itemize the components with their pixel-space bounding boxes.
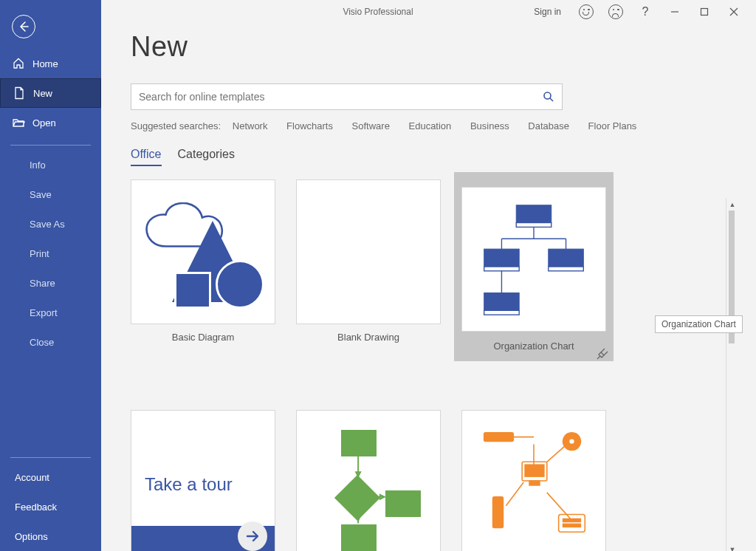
tour-label: Take a tour <box>131 411 275 495</box>
menu-save-as[interactable]: Save As <box>0 209 101 239</box>
sidebar-divider <box>10 145 91 146</box>
svg-rect-8 <box>549 249 584 267</box>
template-caption: Basic Diagram <box>131 332 275 343</box>
close-icon <box>729 7 738 16</box>
menu-close[interactable]: Close <box>0 327 101 357</box>
template-source-tabs: Office Categories <box>131 148 756 166</box>
svg-rect-5 <box>516 223 551 227</box>
scroll-track[interactable] <box>726 211 738 543</box>
open-folder-icon <box>12 116 25 129</box>
nav-new[interactable]: New <box>0 78 101 108</box>
template-blank-drawing[interactable]: Blank Drawing <box>296 179 441 361</box>
template-tooltip: Organization Chart <box>655 315 743 333</box>
template-search[interactable] <box>131 83 563 110</box>
svg-rect-6 <box>484 249 520 267</box>
suggested-network[interactable]: Network <box>233 120 268 131</box>
tab-categories[interactable]: Categories <box>178 148 235 166</box>
back-arrow-icon <box>18 21 30 32</box>
help-button[interactable]: ? <box>630 1 660 22</box>
backstage-sidebar: Home New Open Info Save Save As Print Sh… <box>0 0 101 551</box>
svg-rect-20 <box>563 524 581 527</box>
scroll-up-button[interactable]: ▲ <box>726 198 738 211</box>
template-thumb <box>131 179 275 324</box>
arrow-right-icon <box>238 521 267 551</box>
home-icon <box>12 57 25 70</box>
search-icon[interactable] <box>543 91 554 103</box>
maximize-icon <box>700 7 709 16</box>
template-thumb <box>296 410 441 551</box>
template-search-input[interactable] <box>139 91 543 103</box>
menu-save[interactable]: Save <box>0 179 101 209</box>
page-title: New <box>131 31 756 63</box>
menu-export[interactable]: Export <box>0 298 101 327</box>
svg-rect-11 <box>484 310 520 315</box>
maximize-button[interactable] <box>690 1 719 22</box>
template-thumb <box>461 410 606 551</box>
svg-rect-7 <box>484 267 520 271</box>
help-icon: ? <box>642 5 649 18</box>
template-scrollbar[interactable]: ▲ ▼ <box>726 198 738 551</box>
svg-point-2 <box>544 92 551 99</box>
suggested-business[interactable]: Business <box>470 120 509 131</box>
template-basic-diagram[interactable]: Basic Diagram <box>131 179 275 361</box>
template-thumb: Take a tour <box>131 410 275 551</box>
pin-icon[interactable] <box>596 346 609 360</box>
svg-rect-14 <box>525 465 544 476</box>
svg-rect-15 <box>529 481 540 485</box>
svg-rect-9 <box>549 267 584 271</box>
square-icon <box>174 272 211 309</box>
suggested-floorplans[interactable]: Floor Plans <box>588 120 637 131</box>
back-button[interactable] <box>12 15 35 38</box>
menu-options[interactable]: Options <box>0 521 101 551</box>
svg-point-17 <box>569 439 575 445</box>
menu-print[interactable]: Print <box>0 239 101 268</box>
nav-open[interactable]: Open <box>0 108 101 137</box>
minimize-icon <box>670 7 679 16</box>
suggested-software[interactable]: Software <box>352 120 390 131</box>
smile-icon <box>579 4 594 19</box>
new-doc-icon <box>13 86 26 100</box>
menu-account[interactable]: Account <box>0 462 101 492</box>
close-window-button[interactable] <box>719 1 749 22</box>
template-organization-chart[interactable]: Organization Chart <box>461 179 606 361</box>
template-caption: Blank Drawing <box>296 332 441 343</box>
template-caption: Organization Chart <box>493 340 574 352</box>
app-title: Visio Professional <box>343 7 413 17</box>
titlebar: Visio Professional Sign in ? <box>101 0 756 24</box>
feedback-frown-button[interactable] <box>601 1 630 22</box>
tab-office[interactable]: Office <box>131 148 162 166</box>
template-thumb <box>296 179 441 324</box>
frown-icon <box>608 4 623 19</box>
svg-line-3 <box>550 98 553 101</box>
network-icon <box>462 411 605 551</box>
template-take-a-tour[interactable]: Take a tour <box>131 410 275 551</box>
svg-rect-18 <box>559 515 585 533</box>
nav-home-label: Home <box>32 58 58 69</box>
nav-new-label: New <box>33 88 52 99</box>
svg-rect-19 <box>563 519 581 521</box>
circle-icon <box>216 260 264 309</box>
suggested-searches: Suggested searches: Network Flowcharts S… <box>131 120 756 131</box>
template-basic-network[interactable] <box>461 410 606 551</box>
svg-rect-16 <box>493 497 504 528</box>
suggested-database[interactable]: Database <box>528 120 569 131</box>
sidebar-bottom-divider <box>10 457 91 458</box>
template-thumb <box>461 187 606 332</box>
nav-home[interactable]: Home <box>0 49 101 78</box>
feedback-smile-button[interactable] <box>571 1 601 22</box>
scroll-down-button[interactable]: ▼ <box>726 543 738 551</box>
template-basic-flowchart[interactable] <box>296 410 441 551</box>
suggested-flowcharts[interactable]: Flowcharts <box>286 120 333 131</box>
menu-info[interactable]: Info <box>0 150 101 179</box>
svg-rect-10 <box>484 293 520 311</box>
svg-rect-1 <box>701 9 708 16</box>
suggested-education[interactable]: Education <box>409 120 452 131</box>
menu-feedback[interactable]: Feedback <box>0 492 101 521</box>
org-chart-icon <box>462 188 605 331</box>
nav-open-label: Open <box>32 117 56 129</box>
svg-rect-4 <box>516 205 551 223</box>
minimize-button[interactable] <box>660 1 690 22</box>
suggested-label: Suggested searches: <box>131 120 221 131</box>
menu-share[interactable]: Share <box>0 268 101 298</box>
sign-in-link[interactable]: Sign in <box>534 7 561 17</box>
